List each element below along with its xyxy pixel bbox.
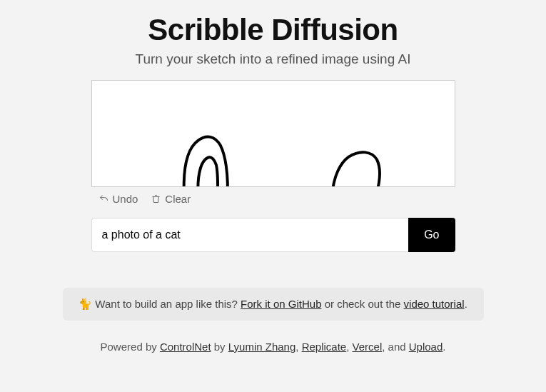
upload-link[interactable]: Upload — [409, 341, 443, 353]
page-subtitle: Turn your sketch into a refined image us… — [63, 51, 484, 67]
undo-icon — [98, 194, 109, 204]
trash-icon — [151, 194, 161, 204]
vercel-link[interactable]: Vercel — [353, 341, 383, 353]
lyumin-link[interactable]: Lyumin Zhang — [228, 341, 296, 353]
undo-button[interactable]: Undo — [98, 193, 138, 205]
cta-prefix: 🐈 Want to build an app like this? — [79, 298, 241, 310]
fork-github-link[interactable]: Fork it on GitHub — [241, 298, 321, 310]
clear-label: Clear — [165, 193, 191, 205]
replicate-link[interactable]: Replicate — [302, 341, 347, 353]
prompt-input[interactable] — [91, 218, 409, 252]
drawing-canvas[interactable] — [91, 80, 455, 187]
cta-banner: 🐈 Want to build an app like this? Fork i… — [63, 288, 484, 321]
cta-suffix: . — [465, 298, 467, 310]
footer: Powered by ControlNet by Lyumin Zhang, R… — [63, 341, 484, 353]
undo-label: Undo — [113, 193, 138, 205]
cta-middle: or check out the — [321, 298, 403, 310]
page-title: Scribble Diffusion — [63, 13, 484, 47]
footer-prefix: Powered by — [101, 341, 160, 353]
video-tutorial-link[interactable]: video tutorial — [404, 298, 465, 310]
controlnet-link[interactable]: ControlNet — [160, 341, 211, 353]
clear-button[interactable]: Clear — [151, 193, 191, 205]
go-button[interactable]: Go — [408, 218, 455, 252]
sketch-drawing — [92, 81, 455, 186]
